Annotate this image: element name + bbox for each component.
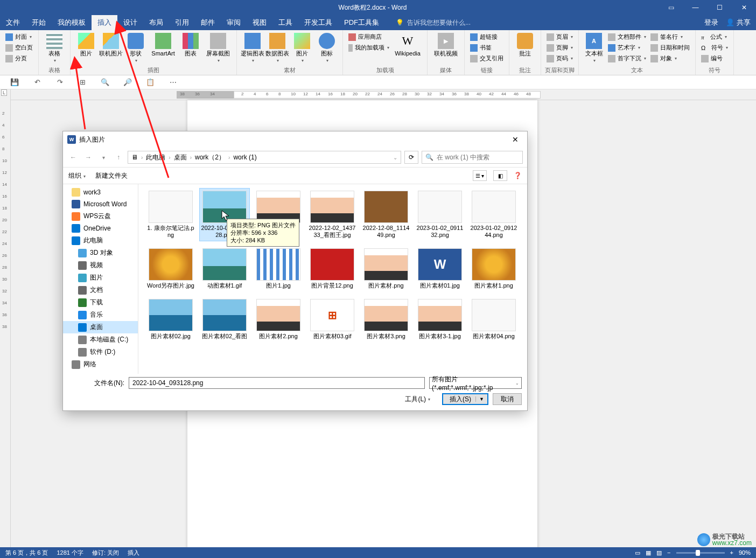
file-item[interactable]: 2022-12-08_111449.png — [361, 189, 411, 241]
zoom-level[interactable]: 90% — [739, 549, 751, 556]
maximize-button[interactable]: ☐ — [708, 0, 732, 15]
menu-tab-文件[interactable]: 文件 — [0, 15, 26, 30]
file-item[interactable]: 图片背景12.png — [307, 246, 357, 291]
ribbon-options-icon[interactable]: ▭ — [659, 0, 683, 15]
file-item[interactable]: Word另存图片.jpg — [146, 246, 195, 291]
menu-tab-我的模板[interactable]: 我的模板 — [52, 15, 92, 30]
nav-forward-icon[interactable]: → — [82, 151, 94, 163]
file-item[interactable]: 图片1.jpg — [254, 246, 303, 291]
logic-chart-button[interactable]: 逻辑图表▾ — [240, 32, 265, 66]
doc-parts-button[interactable]: 文档部件▾ — [606, 32, 648, 42]
menu-tab-审阅[interactable]: 审阅 — [221, 15, 247, 30]
menu-tab-开始[interactable]: 开始 — [26, 15, 52, 30]
menu-tab-插入[interactable]: 插入 — [92, 15, 117, 30]
preview-pane-button[interactable]: ◧ — [493, 170, 507, 181]
dialog-close-button[interactable]: ✕ — [508, 135, 523, 144]
symbol-button[interactable]: Ω 符号▾ — [699, 43, 730, 53]
zoom-in-icon[interactable]: + — [730, 549, 733, 556]
cover-page-button[interactable]: 封面▾ — [3, 32, 35, 42]
file-item[interactable]: 1. 康奈尔笔记法.png — [146, 189, 195, 241]
zoom-out-icon[interactable]: − — [667, 549, 670, 556]
more-icon[interactable]: ⋯ — [168, 78, 178, 87]
tree-item[interactable]: 3D 对象 — [63, 247, 138, 259]
file-item[interactable]: 图片素材3.png — [361, 297, 411, 342]
app-store-button[interactable]: 应用商店 — [346, 32, 391, 42]
tree-item[interactable]: 本地磁盘 (C:) — [63, 333, 138, 346]
tell-me-box[interactable]: 💡 告诉我您想要做什么... — [396, 15, 471, 30]
page-break-button[interactable]: 分页 — [3, 53, 35, 64]
online-video-button[interactable]: ▶联机视频 — [431, 32, 461, 66]
read-mode-icon[interactable]: ▭ — [635, 549, 640, 556]
gallery-button[interactable]: 图片▾ — [290, 32, 314, 66]
redo-icon[interactable]: ↷ — [55, 78, 65, 87]
tools-dropdown[interactable]: 工具(L) ▾ — [405, 395, 430, 404]
tree-item[interactable]: 此电脑 — [63, 234, 138, 247]
file-type-filter[interactable]: 所有图片(*.emf;*.wmf;*.jpg;*.jp⌄ — [429, 377, 522, 389]
table-icon[interactable]: ⊞ — [78, 78, 87, 87]
file-item[interactable]: 图片素材02_看图 — [200, 297, 249, 342]
search-input[interactable]: 🔍 — [422, 151, 523, 164]
menu-tab-工具[interactable]: 工具 — [272, 15, 298, 30]
breadcrumb-item[interactable]: work (1) — [233, 154, 256, 161]
file-item[interactable]: 图片素材1.png — [469, 246, 519, 291]
hyperlink-button[interactable]: 超链接 — [468, 32, 506, 42]
tree-item[interactable]: 桌面 — [63, 321, 138, 333]
breadcrumb[interactable]: 🖥 › 此电脑› 桌面› work（2）› work (1) ⌄ — [128, 151, 401, 164]
help-icon[interactable]: ❓ — [514, 172, 522, 179]
tree-item[interactable]: 软件 (D:) — [63, 346, 138, 358]
tree-item[interactable]: work3 — [63, 186, 138, 198]
preview-icon[interactable]: 🔍 — [100, 78, 110, 87]
word-count[interactable]: 1281 个字 — [57, 549, 83, 557]
file-item[interactable]: 动图素材1.gif — [200, 246, 249, 291]
pictures-button[interactable]: 图片 — [74, 32, 99, 66]
file-item[interactable]: 图片素材04.png — [469, 297, 519, 342]
print-layout-icon[interactable]: ▦ — [646, 549, 651, 556]
tree-item[interactable]: 视频 — [63, 259, 138, 271]
tree-item[interactable]: 音乐 — [63, 309, 138, 321]
minimize-button[interactable]: — — [683, 0, 708, 15]
file-item[interactable]: 图片素材3-1.jpg — [415, 297, 465, 342]
tree-item[interactable]: OneDrive — [63, 222, 138, 234]
cancel-button[interactable]: 取消 — [493, 393, 522, 405]
datetime-button[interactable]: 日期和时间 — [648, 43, 692, 53]
number-button[interactable]: 编号 — [699, 53, 730, 64]
track-changes-status[interactable]: 修订: 关闭 — [92, 549, 119, 557]
breadcrumb-item[interactable]: work（2） — [195, 153, 225, 162]
file-item[interactable]: 2022-12-02_143733_看图王.jpg — [307, 189, 357, 241]
screenshot-button[interactable]: 屏幕截图▾ — [203, 32, 233, 66]
save-icon[interactable]: 💾 — [10, 78, 19, 87]
file-item[interactable]: 2023-01-02_091244.png — [469, 189, 519, 241]
table-button[interactable]: 表格▾ — [42, 32, 67, 66]
undo-icon[interactable]: ↶ — [32, 78, 42, 87]
nav-back-icon[interactable]: ← — [67, 151, 79, 163]
breadcrumb-item[interactable]: 桌面 — [174, 153, 187, 162]
blank-page-button[interactable]: 空白页 — [3, 43, 35, 53]
textbox-button[interactable]: A文本框▾ — [582, 32, 606, 66]
object-button[interactable]: 对象▾ — [648, 53, 692, 64]
signature-line-button[interactable]: 签名行▾ — [648, 32, 692, 42]
nav-dropdown-icon[interactable]: ▾ — [97, 151, 109, 163]
equation-button[interactable]: π 公式▾ — [699, 32, 730, 42]
menu-tab-开发工具[interactable]: 开发工具 — [298, 15, 338, 30]
chart-button[interactable]: 图表 — [178, 32, 203, 66]
file-browser[interactable]: 1. 康奈尔笔记法.png2022-10-04_093128.png2022-1… — [138, 184, 527, 374]
paste-icon[interactable]: 📋 — [145, 78, 155, 87]
footer-button[interactable]: 页脚▾ — [544, 43, 575, 53]
wikipedia-button[interactable]: WWikipedia — [391, 32, 424, 66]
my-addins-button[interactable]: 我的加载项▾ — [346, 43, 391, 53]
tree-item[interactable]: 图片 — [63, 271, 138, 284]
page-number-button[interactable]: 页码▾ — [544, 53, 575, 64]
dropcap-button[interactable]: 首字下沉▾ — [606, 53, 648, 64]
web-layout-icon[interactable]: ▨ — [656, 549, 662, 556]
nav-up-icon[interactable]: ↑ — [113, 151, 124, 163]
wordart-button[interactable]: 艺术字▾ — [606, 43, 648, 53]
menu-tab-布局[interactable]: 布局 — [143, 15, 169, 30]
file-item[interactable]: ⊞图片素材03.gif — [307, 297, 357, 342]
tree-item[interactable]: Microsoft Word — [63, 198, 138, 210]
menu-tab-PDF工具集[interactable]: PDF工具集 — [338, 15, 385, 30]
file-item[interactable]: 图片素材02.jpg — [146, 297, 195, 342]
smartart-button[interactable]: SmartArt — [148, 32, 178, 66]
comment-button[interactable]: 批注 — [513, 32, 537, 66]
menu-tab-视图[interactable]: 视图 — [247, 15, 272, 30]
folder-tree[interactable]: work3Microsoft WordWPS云盘OneDrive此电脑3D 对象… — [63, 184, 138, 374]
